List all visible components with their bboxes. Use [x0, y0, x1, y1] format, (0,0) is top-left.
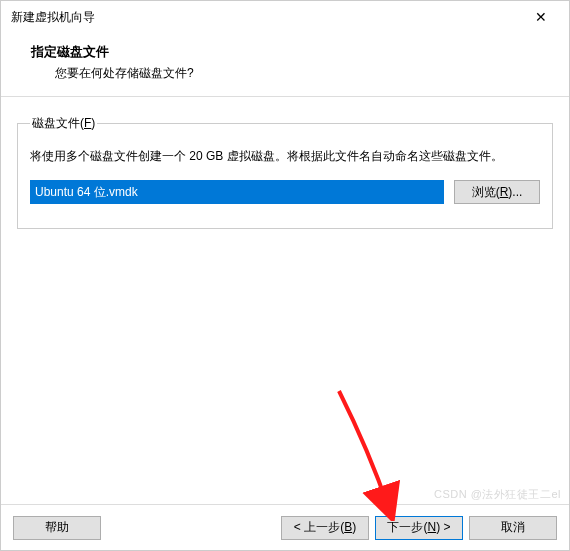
close-button[interactable]: ✕: [521, 3, 561, 31]
wizard-footer: 帮助 < 上一步(B) 下一步(N) > 取消: [1, 504, 569, 550]
browse-button[interactable]: 浏览(R)...: [454, 180, 540, 204]
page-title: 指定磁盘文件: [31, 43, 539, 61]
group-legend: 磁盘文件(F): [30, 115, 97, 132]
titlebar: 新建虚拟机向导 ✕: [1, 1, 569, 33]
watermark: CSDN @法外狂徒王二el: [434, 487, 561, 502]
next-button[interactable]: 下一步(N) >: [375, 516, 463, 540]
path-row: 浏览(R)...: [30, 180, 540, 204]
group-description: 将使用多个磁盘文件创建一个 20 GB 虚拟磁盘。将根据此文件名自动命名这些磁盘…: [30, 146, 540, 166]
window-title: 新建虚拟机向导: [11, 9, 521, 26]
close-icon: ✕: [535, 9, 547, 25]
disk-file-group: 磁盘文件(F) 将使用多个磁盘文件创建一个 20 GB 虚拟磁盘。将根据此文件名…: [17, 115, 553, 229]
wizard-window: 新建虚拟机向导 ✕ 指定磁盘文件 您要在何处存储磁盘文件? 磁盘文件(F) 将使…: [0, 0, 570, 551]
cancel-button[interactable]: 取消: [469, 516, 557, 540]
help-button[interactable]: 帮助: [13, 516, 101, 540]
page-subtitle: 您要在何处存储磁盘文件?: [55, 65, 539, 82]
disk-path-input[interactable]: [30, 180, 444, 204]
back-button[interactable]: < 上一步(B): [281, 516, 369, 540]
wizard-header: 指定磁盘文件 您要在何处存储磁盘文件?: [1, 33, 569, 97]
wizard-content: 磁盘文件(F) 将使用多个磁盘文件创建一个 20 GB 虚拟磁盘。将根据此文件名…: [1, 97, 569, 504]
